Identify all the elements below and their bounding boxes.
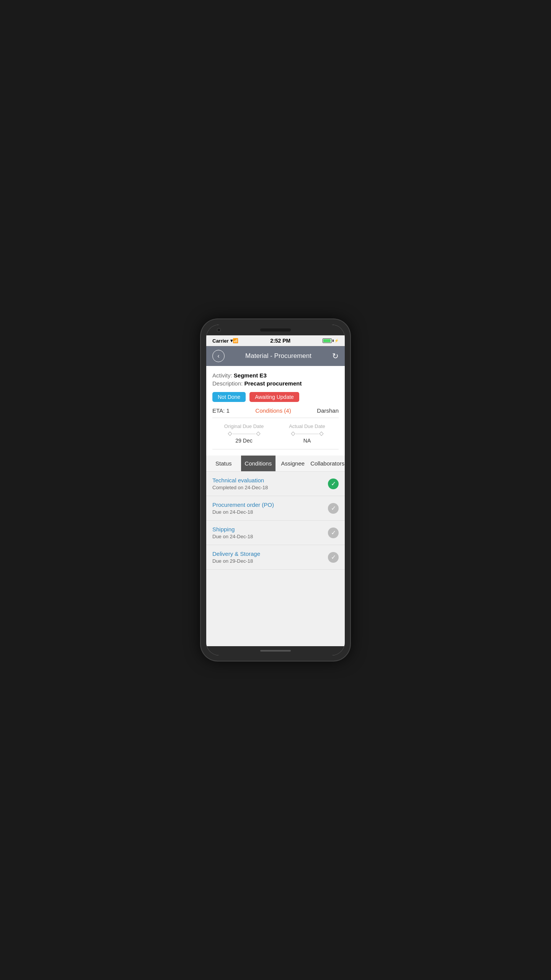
tab-conditions[interactable]: Conditions bbox=[241, 456, 276, 471]
battery-bolt-icon: ⚡ bbox=[334, 339, 339, 343]
check-pending-icon[interactable]: ✓ bbox=[328, 528, 339, 538]
actual-slider-diamond-end bbox=[319, 431, 323, 436]
phone-frame: Carrier ▾📶 2:52 PM ⚡ ‹ Material - Procur… bbox=[201, 319, 350, 661]
phone-top-bezel bbox=[206, 325, 345, 335]
empty-area bbox=[206, 570, 345, 646]
battery-tip bbox=[333, 340, 334, 342]
condition-item[interactable]: Procurement order (PO)Due on 24-Dec-18✓ bbox=[206, 496, 345, 521]
original-date-slider bbox=[212, 432, 276, 435]
original-date-value: 29 Dec bbox=[212, 438, 276, 444]
status-badge[interactable]: Not Done bbox=[212, 392, 246, 402]
condition-title: Procurement order (PO) bbox=[212, 501, 274, 508]
slider-diamond-end bbox=[256, 431, 260, 436]
condition-title: Delivery & Storage bbox=[212, 550, 260, 557]
activity-row: Activity: Segment E3 bbox=[212, 372, 339, 379]
description-value: Precast procurement bbox=[244, 380, 302, 387]
activity-label: Activity: bbox=[212, 372, 232, 379]
nav-title: Material - Procurement bbox=[245, 352, 311, 360]
tab-conditions-label: Conditions bbox=[245, 460, 272, 467]
content-area: Activity: Segment E3 Description: Precas… bbox=[206, 366, 345, 456]
phone-speaker bbox=[260, 328, 291, 332]
original-date-label: Original Due Date bbox=[212, 423, 276, 429]
actual-date-slider bbox=[276, 432, 339, 435]
slider-line bbox=[233, 434, 256, 434]
condition-item[interactable]: ShippingDue on 24-Dec-18✓ bbox=[206, 521, 345, 545]
refresh-button[interactable]: ↻ bbox=[332, 351, 339, 361]
condition-sub: Due on 24-Dec-18 bbox=[212, 534, 253, 539]
condition-info: Procurement order (PO)Due on 24-Dec-18 bbox=[212, 501, 274, 515]
condition-info: Technical evaluationCompleted on 24-Dec-… bbox=[212, 477, 268, 490]
tab-status[interactable]: Status bbox=[206, 456, 241, 471]
condition-info: ShippingDue on 24-Dec-18 bbox=[212, 526, 253, 539]
eta-value: ETA: 1 bbox=[212, 407, 230, 414]
conditions-link[interactable]: Conditions (4) bbox=[255, 407, 291, 414]
slider-diamond-start bbox=[228, 431, 232, 436]
check-pending-icon[interactable]: ✓ bbox=[328, 503, 339, 514]
check-done-icon[interactable]: ✓ bbox=[328, 479, 339, 489]
status-bar: Carrier ▾📶 2:52 PM ⚡ bbox=[206, 335, 345, 346]
nav-bar: ‹ Material - Procurement ↻ bbox=[206, 346, 345, 366]
conditions-list: Technical evaluationCompleted on 24-Dec-… bbox=[206, 472, 345, 570]
actual-slider-line bbox=[296, 434, 319, 434]
tab-collaborators[interactable]: Collaborators bbox=[310, 456, 345, 471]
check-pending-icon[interactable]: ✓ bbox=[328, 552, 339, 563]
condition-title: Shipping bbox=[212, 526, 253, 532]
condition-sub: Due on 29-Dec-18 bbox=[212, 558, 260, 564]
home-bar bbox=[260, 650, 291, 652]
status-time: 2:52 PM bbox=[270, 338, 290, 344]
actual-due-date: Actual Due Date NA bbox=[276, 423, 339, 444]
battery-fill bbox=[323, 339, 331, 342]
actual-date-value: NA bbox=[276, 438, 339, 444]
back-arrow-icon: ‹ bbox=[217, 353, 219, 359]
condition-sub: Due on 24-Dec-18 bbox=[212, 509, 274, 515]
date-section: Original Due Date 29 Dec Actual Due Date bbox=[212, 418, 339, 449]
tab-bar: Status Conditions Assignee Collaborators bbox=[206, 456, 345, 472]
battery-body bbox=[323, 338, 332, 343]
badge-row: Not Done Awaiting Update bbox=[212, 392, 339, 402]
condition-item[interactable]: Delivery & StorageDue on 29-Dec-18✓ bbox=[206, 545, 345, 570]
tab-status-label: Status bbox=[215, 460, 232, 467]
condition-info: Delivery & StorageDue on 29-Dec-18 bbox=[212, 550, 260, 564]
tab-assignee-label: Assignee bbox=[281, 460, 305, 467]
tab-collaborators-label: Collaborators bbox=[310, 460, 344, 467]
actual-slider-diamond-start bbox=[291, 431, 295, 436]
phone-bottom-bezel bbox=[206, 646, 345, 655]
condition-title: Technical evaluation bbox=[212, 477, 268, 483]
original-due-date: Original Due Date 29 Dec bbox=[212, 423, 276, 444]
assignee-name: Darshan bbox=[317, 407, 339, 414]
wifi-icon: ▾📶 bbox=[230, 338, 238, 343]
condition-sub: Completed on 24-Dec-18 bbox=[212, 485, 268, 490]
battery-indicator: ⚡ bbox=[323, 338, 339, 343]
description-label: Description: bbox=[212, 380, 243, 387]
update-badge[interactable]: Awaiting Update bbox=[249, 392, 299, 402]
activity-value: Segment E3 bbox=[234, 372, 267, 379]
condition-item[interactable]: Technical evaluationCompleted on 24-Dec-… bbox=[206, 472, 345, 496]
actual-date-label: Actual Due Date bbox=[276, 423, 339, 429]
back-button[interactable]: ‹ bbox=[212, 350, 225, 362]
description-row: Description: Precast procurement bbox=[212, 380, 339, 387]
meta-row: ETA: 1 Conditions (4) Darshan bbox=[212, 407, 339, 418]
tab-assignee[interactable]: Assignee bbox=[276, 456, 310, 471]
carrier-name: Carrier bbox=[212, 338, 229, 344]
phone-camera bbox=[217, 328, 221, 332]
carrier-info: Carrier ▾📶 bbox=[212, 338, 238, 344]
